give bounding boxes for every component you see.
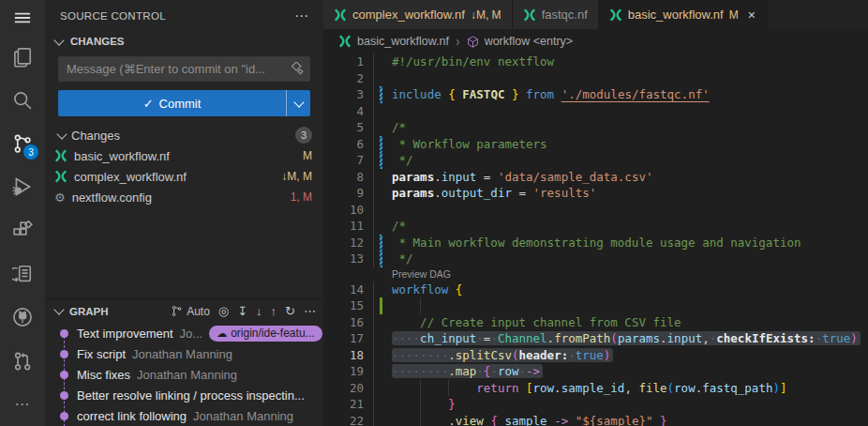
line-number: 18 [323, 347, 373, 364]
menu-icon[interactable] [0, 0, 45, 35]
code-line-9[interactable]: 9params.output_dir = 'results' [323, 185, 868, 202]
line-number: 14 [323, 281, 373, 298]
search-icon[interactable] [0, 79, 45, 122]
code-line-15[interactable]: 15 [323, 297, 868, 314]
commit-row[interactable]: Text improvementJo...☁origin/ide-featu..… [45, 323, 323, 343]
code-line-6[interactable]: 6 * Workflow parameters [323, 136, 868, 153]
code-text: ········.splitCsv(header:·true) [392, 347, 868, 364]
github-icon[interactable] [0, 296, 45, 339]
breadcrumb[interactable]: basic_workflow.nf › workflow <entry> [323, 29, 868, 53]
changes-tree-header[interactable]: Changes 3 [45, 125, 323, 145]
chevron-down-icon [293, 97, 304, 107]
sidebar-header: SOURCE CONTROL ⋯ [45, 0, 323, 31]
code-text [392, 202, 868, 219]
commit-dropdown-button[interactable] [286, 90, 310, 116]
breadcrumb-separator: › [456, 34, 460, 49]
changed-file-row[interactable]: basic_workflow.nfM [45, 145, 323, 166]
graph-repo-auto-button[interactable]: Auto [171, 305, 210, 318]
run-debug-icon[interactable] [0, 165, 45, 208]
source-control-sidebar: SOURCE CONTROL ⋯ CHANGES ✓ Commit [45, 0, 323, 426]
changed-file-row[interactable]: ⚙nextflow.config1, M [45, 187, 323, 207]
tab-dirty-status: ↓M, M [471, 8, 501, 22]
pipeline-icon[interactable] [0, 252, 45, 296]
code-line-4[interactable]: 4 [323, 103, 868, 120]
graph-pull-icon[interactable]: ↓ [256, 304, 262, 318]
file-status: 1, M [291, 190, 312, 204]
commit-row[interactable]: Misc fixesJonathan Manning [45, 364, 323, 385]
gutter-modified-marker [380, 136, 382, 153]
code-line-19[interactable]: 19········.map·{·row·-> [323, 363, 868, 380]
graph-refresh-icon[interactable]: ↻ [285, 304, 295, 318]
tab-dirty-status: M [729, 8, 739, 22]
code-text [392, 70, 868, 87]
code-line-22[interactable]: 22 .view { sample -> "${sample}" } [323, 413, 868, 426]
code-line-17[interactable]: 17····ch_input·=·Channel.fromPath(params… [323, 330, 868, 347]
code-line-10[interactable]: 10 [323, 202, 868, 219]
source-control-icon[interactable]: 3 [0, 122, 45, 165]
graph-target-icon[interactable]: ◎ [218, 304, 229, 318]
code-line-2[interactable]: 2 [323, 70, 868, 87]
graph-section-header[interactable]: GRAPH Auto◎↧↓↑↻⋯ [45, 299, 323, 323]
tab-fastqc.nf[interactable]: fastqc.nf [513, 0, 599, 29]
remote-ref-badge[interactable]: ☁origin/ide-featu... [209, 326, 322, 342]
explorer-icon[interactable] [0, 35, 45, 78]
commit-row[interactable]: correct link followingJonathan Manning [45, 405, 323, 426]
gutter [373, 136, 392, 153]
code-text: workflow { [392, 281, 868, 298]
code-line-1[interactable]: 1#!/usr/bin/env nextflow [323, 53, 868, 70]
code-line-13[interactable]: 13 */ [323, 251, 868, 267]
codelens-preview-dag[interactable]: Preview DAG [392, 267, 868, 281]
commit-row[interactable]: Better resolve linking / process inspect… [45, 385, 323, 405]
close-icon[interactable]: × [748, 8, 756, 23]
code-text: return [row.sample_id, file(row.fastq_pa… [392, 380, 868, 397]
code-line-18[interactable]: 18········.splitCsv(header:·true) [323, 347, 868, 364]
code-line-16[interactable]: 16 // Create input channel from CSV file [323, 314, 868, 331]
sidebar-more-icon[interactable]: ⋯ [294, 8, 308, 24]
commit-button[interactable]: ✓ Commit [58, 97, 286, 111]
code-line-5[interactable]: 5/* [323, 119, 868, 136]
gutter [373, 202, 392, 219]
graph-toolbar: Auto◎↧↓↑↻⋯ [171, 304, 316, 318]
gutter-modified-marker [380, 86, 382, 103]
copilot-sparkle-icon[interactable] [290, 62, 304, 76]
code-line-21[interactable]: 21 } [323, 396, 868, 413]
commit-dot [60, 391, 68, 400]
nextflow-file-icon [54, 149, 67, 162]
file-name: nextflow.config [72, 190, 152, 205]
code-line-14[interactable]: 14workflow { [323, 281, 868, 298]
gutter-modified-marker [380, 152, 382, 169]
changes-section-header[interactable]: CHANGES [45, 31, 323, 52]
code-line-20[interactable]: 20 return [row.sample_id, file(row.fastq… [323, 380, 868, 397]
breadcrumb-symbol[interactable]: workflow <entry> [485, 35, 573, 48]
extensions-icon[interactable] [0, 209, 45, 252]
graph-push-icon[interactable]: ↑ [271, 304, 277, 318]
editor-group: complex_workflow.nf↓M, Mfastqc.nfbasic_w… [323, 0, 868, 426]
tab-basic_workflow.nf[interactable]: basic_workflow.nfM× [599, 0, 767, 29]
code-line-12[interactable]: 12 * Main workflow demonstrating module … [323, 235, 868, 251]
line-number: 15 [323, 297, 373, 314]
indent-guide [420, 380, 421, 397]
code-line-8[interactable]: 8params.input = 'data/sample_data.csv' [323, 169, 868, 186]
chevron-down-icon [53, 35, 64, 45]
line-number: 2 [323, 70, 373, 87]
code-editor[interactable]: 1#!/usr/bin/env nextflow23include { FAST… [323, 53, 868, 426]
line-number: 16 [323, 314, 373, 331]
code-line-7[interactable]: 7 */ [323, 152, 868, 169]
pull-request-icon[interactable] [0, 339, 45, 382]
tab-complex_workflow.nf[interactable]: complex_workflow.nf↓M, M [323, 0, 513, 29]
code-line-11[interactable]: 11/* [323, 218, 868, 235]
changed-file-row[interactable]: complex_workflow.nf↓M, M [45, 166, 323, 187]
breadcrumb-file[interactable]: basic_workflow.nf [357, 35, 449, 48]
graph-more-icon[interactable]: ⋯ [304, 304, 316, 318]
graph-fetch-icon[interactable]: ↧ [237, 304, 247, 318]
code-line-3[interactable]: 3include { FASTQC } from './modules/fast… [323, 86, 868, 103]
commit-row[interactable]: Fix scriptJonathan Manning [45, 343, 323, 364]
commit-message: Text improvement [77, 327, 173, 341]
code-text: include { FASTQC } from './modules/fastq… [392, 86, 868, 103]
code-text: // Create input channel from CSV file [392, 314, 868, 331]
code-text: * Main workflow demonstrating module usa… [392, 235, 868, 251]
more-icon[interactable]: ⋯ [0, 383, 45, 426]
sidebar-title: SOURCE CONTROL [60, 10, 166, 22]
gutter [373, 413, 392, 426]
commit-message-input[interactable] [58, 56, 310, 82]
